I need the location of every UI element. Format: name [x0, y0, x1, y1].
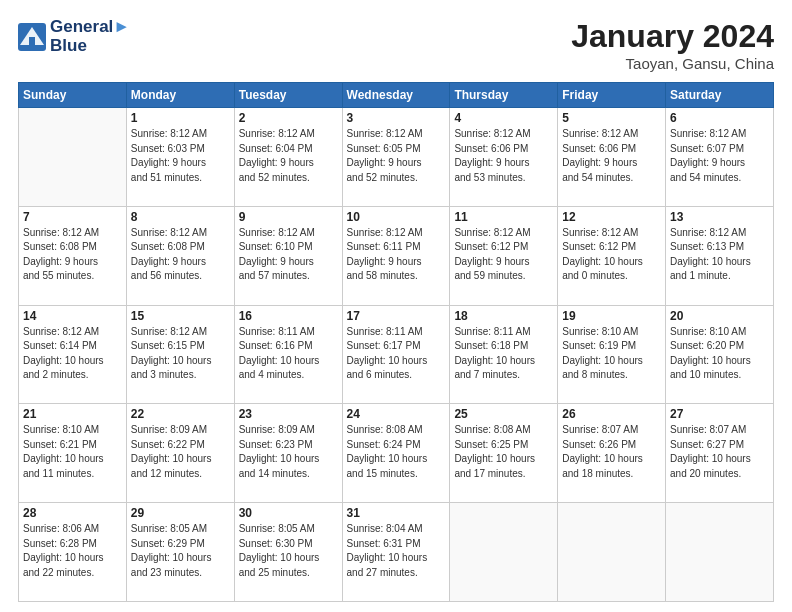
day-number: 22: [131, 407, 230, 421]
day-number: 23: [239, 407, 338, 421]
day-info: Sunrise: 8:12 AMSunset: 6:03 PMDaylight:…: [131, 127, 230, 185]
calendar-cell: 17Sunrise: 8:11 AMSunset: 6:17 PMDayligh…: [342, 305, 450, 404]
calendar-cell: 28Sunrise: 8:06 AMSunset: 6:28 PMDayligh…: [19, 503, 127, 602]
calendar-cell: [450, 503, 558, 602]
day-number: 18: [454, 309, 553, 323]
calendar-cell: 19Sunrise: 8:10 AMSunset: 6:19 PMDayligh…: [558, 305, 666, 404]
calendar-cell: 25Sunrise: 8:08 AMSunset: 6:25 PMDayligh…: [450, 404, 558, 503]
calendar-cell: 8Sunrise: 8:12 AMSunset: 6:08 PMDaylight…: [126, 206, 234, 305]
logo-icon: [18, 23, 46, 51]
day-info: Sunrise: 8:08 AMSunset: 6:24 PMDaylight:…: [347, 423, 446, 481]
calendar-header-row: SundayMondayTuesdayWednesdayThursdayFrid…: [19, 83, 774, 108]
day-number: 16: [239, 309, 338, 323]
day-info: Sunrise: 8:10 AMSunset: 6:21 PMDaylight:…: [23, 423, 122, 481]
calendar-cell: 15Sunrise: 8:12 AMSunset: 6:15 PMDayligh…: [126, 305, 234, 404]
day-info: Sunrise: 8:09 AMSunset: 6:22 PMDaylight:…: [131, 423, 230, 481]
day-number: 11: [454, 210, 553, 224]
day-number: 1: [131, 111, 230, 125]
day-info: Sunrise: 8:05 AMSunset: 6:29 PMDaylight:…: [131, 522, 230, 580]
day-number: 12: [562, 210, 661, 224]
day-info: Sunrise: 8:12 AMSunset: 6:05 PMDaylight:…: [347, 127, 446, 185]
calendar-cell: 13Sunrise: 8:12 AMSunset: 6:13 PMDayligh…: [666, 206, 774, 305]
day-number: 8: [131, 210, 230, 224]
calendar-cell: 6Sunrise: 8:12 AMSunset: 6:07 PMDaylight…: [666, 108, 774, 207]
day-info: Sunrise: 8:10 AMSunset: 6:20 PMDaylight:…: [670, 325, 769, 383]
calendar-cell: 26Sunrise: 8:07 AMSunset: 6:26 PMDayligh…: [558, 404, 666, 503]
day-info: Sunrise: 8:12 AMSunset: 6:14 PMDaylight:…: [23, 325, 122, 383]
logo-text: General► Blue: [50, 18, 130, 55]
day-number: 3: [347, 111, 446, 125]
day-info: Sunrise: 8:07 AMSunset: 6:26 PMDaylight:…: [562, 423, 661, 481]
day-number: 26: [562, 407, 661, 421]
calendar-cell: 11Sunrise: 8:12 AMSunset: 6:12 PMDayligh…: [450, 206, 558, 305]
day-number: 2: [239, 111, 338, 125]
day-number: 7: [23, 210, 122, 224]
calendar-cell: [19, 108, 127, 207]
calendar-cell: 2Sunrise: 8:12 AMSunset: 6:04 PMDaylight…: [234, 108, 342, 207]
calendar-week-3: 14Sunrise: 8:12 AMSunset: 6:14 PMDayligh…: [19, 305, 774, 404]
day-number: 6: [670, 111, 769, 125]
day-info: Sunrise: 8:04 AMSunset: 6:31 PMDaylight:…: [347, 522, 446, 580]
day-number: 13: [670, 210, 769, 224]
day-number: 5: [562, 111, 661, 125]
sub-title: Taoyan, Gansu, China: [571, 55, 774, 72]
header: General► Blue January 2024 Taoyan, Gansu…: [18, 18, 774, 72]
calendar-cell: 9Sunrise: 8:12 AMSunset: 6:10 PMDaylight…: [234, 206, 342, 305]
calendar-header-tuesday: Tuesday: [234, 83, 342, 108]
day-number: 25: [454, 407, 553, 421]
day-number: 19: [562, 309, 661, 323]
day-info: Sunrise: 8:12 AMSunset: 6:07 PMDaylight:…: [670, 127, 769, 185]
calendar-cell: 27Sunrise: 8:07 AMSunset: 6:27 PMDayligh…: [666, 404, 774, 503]
day-info: Sunrise: 8:12 AMSunset: 6:08 PMDaylight:…: [23, 226, 122, 284]
calendar-cell: 21Sunrise: 8:10 AMSunset: 6:21 PMDayligh…: [19, 404, 127, 503]
day-info: Sunrise: 8:12 AMSunset: 6:06 PMDaylight:…: [454, 127, 553, 185]
calendar-cell: 7Sunrise: 8:12 AMSunset: 6:08 PMDaylight…: [19, 206, 127, 305]
calendar-cell: 16Sunrise: 8:11 AMSunset: 6:16 PMDayligh…: [234, 305, 342, 404]
day-info: Sunrise: 8:12 AMSunset: 6:06 PMDaylight:…: [562, 127, 661, 185]
day-number: 15: [131, 309, 230, 323]
day-info: Sunrise: 8:11 AMSunset: 6:16 PMDaylight:…: [239, 325, 338, 383]
day-info: Sunrise: 8:12 AMSunset: 6:13 PMDaylight:…: [670, 226, 769, 284]
calendar-table: SundayMondayTuesdayWednesdayThursdayFrid…: [18, 82, 774, 602]
calendar-cell: 3Sunrise: 8:12 AMSunset: 6:05 PMDaylight…: [342, 108, 450, 207]
day-info: Sunrise: 8:06 AMSunset: 6:28 PMDaylight:…: [23, 522, 122, 580]
calendar-cell: 5Sunrise: 8:12 AMSunset: 6:06 PMDaylight…: [558, 108, 666, 207]
calendar-cell: 24Sunrise: 8:08 AMSunset: 6:24 PMDayligh…: [342, 404, 450, 503]
title-block: January 2024 Taoyan, Gansu, China: [571, 18, 774, 72]
day-info: Sunrise: 8:12 AMSunset: 6:10 PMDaylight:…: [239, 226, 338, 284]
logo: General► Blue: [18, 18, 130, 55]
calendar-cell: 23Sunrise: 8:09 AMSunset: 6:23 PMDayligh…: [234, 404, 342, 503]
day-info: Sunrise: 8:07 AMSunset: 6:27 PMDaylight:…: [670, 423, 769, 481]
calendar-cell: 12Sunrise: 8:12 AMSunset: 6:12 PMDayligh…: [558, 206, 666, 305]
calendar-header-wednesday: Wednesday: [342, 83, 450, 108]
calendar-cell: 22Sunrise: 8:09 AMSunset: 6:22 PMDayligh…: [126, 404, 234, 503]
calendar-header-monday: Monday: [126, 83, 234, 108]
calendar-cell: 4Sunrise: 8:12 AMSunset: 6:06 PMDaylight…: [450, 108, 558, 207]
day-number: 31: [347, 506, 446, 520]
day-number: 29: [131, 506, 230, 520]
calendar-cell: [666, 503, 774, 602]
calendar-cell: 1Sunrise: 8:12 AMSunset: 6:03 PMDaylight…: [126, 108, 234, 207]
calendar-header-thursday: Thursday: [450, 83, 558, 108]
calendar-cell: 29Sunrise: 8:05 AMSunset: 6:29 PMDayligh…: [126, 503, 234, 602]
calendar-cell: 14Sunrise: 8:12 AMSunset: 6:14 PMDayligh…: [19, 305, 127, 404]
calendar-header-friday: Friday: [558, 83, 666, 108]
day-number: 9: [239, 210, 338, 224]
day-info: Sunrise: 8:12 AMSunset: 6:15 PMDaylight:…: [131, 325, 230, 383]
calendar-cell: 10Sunrise: 8:12 AMSunset: 6:11 PMDayligh…: [342, 206, 450, 305]
day-info: Sunrise: 8:11 AMSunset: 6:18 PMDaylight:…: [454, 325, 553, 383]
day-info: Sunrise: 8:12 AMSunset: 6:04 PMDaylight:…: [239, 127, 338, 185]
day-number: 21: [23, 407, 122, 421]
day-info: Sunrise: 8:10 AMSunset: 6:19 PMDaylight:…: [562, 325, 661, 383]
calendar-week-2: 7Sunrise: 8:12 AMSunset: 6:08 PMDaylight…: [19, 206, 774, 305]
calendar-header-saturday: Saturday: [666, 83, 774, 108]
day-number: 14: [23, 309, 122, 323]
day-number: 4: [454, 111, 553, 125]
calendar-week-1: 1Sunrise: 8:12 AMSunset: 6:03 PMDaylight…: [19, 108, 774, 207]
day-info: Sunrise: 8:12 AMSunset: 6:12 PMDaylight:…: [454, 226, 553, 284]
day-info: Sunrise: 8:05 AMSunset: 6:30 PMDaylight:…: [239, 522, 338, 580]
calendar-cell: 31Sunrise: 8:04 AMSunset: 6:31 PMDayligh…: [342, 503, 450, 602]
page: General► Blue January 2024 Taoyan, Gansu…: [0, 0, 792, 612]
calendar-header-sunday: Sunday: [19, 83, 127, 108]
day-number: 30: [239, 506, 338, 520]
